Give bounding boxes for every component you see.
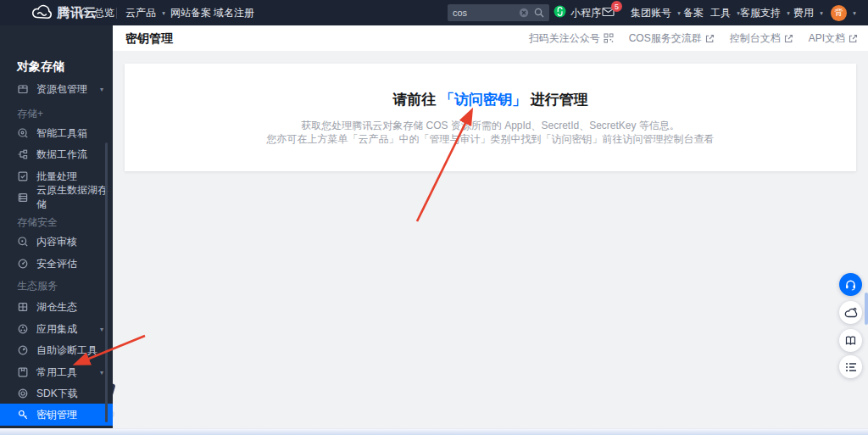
lakehouse-icon bbox=[17, 301, 29, 313]
topbar: 腾讯云 总览 云产品▾ 网站备案 域名注册 bbox=[0, 0, 868, 25]
sidebar-item-resource-packages[interactable]: 资源包管理 ▾ bbox=[0, 78, 113, 100]
sidebar-scrollbar-thumb[interactable] bbox=[105, 142, 108, 422]
search-box bbox=[448, 4, 549, 21]
chevron-down-icon: ▾ bbox=[820, 9, 823, 16]
cloud-logo-icon bbox=[31, 4, 53, 22]
audit-icon bbox=[17, 236, 29, 248]
sidebar-item-content-audit[interactable]: 内容审核 bbox=[0, 231, 113, 253]
sidebar: 对象存储 资源包管理 ▾ 存储+ 智能工具箱 数据工作流 批量处理 云原生数据湖… bbox=[0, 25, 113, 435]
qrcode-icon bbox=[604, 33, 614, 43]
open-book-icon bbox=[844, 335, 857, 346]
integration-icon bbox=[17, 323, 29, 335]
clear-search-icon[interactable] bbox=[519, 8, 529, 18]
console-docs-link[interactable]: 控制台文档 bbox=[730, 31, 793, 46]
page-scrollbar-thumb[interactable] bbox=[865, 293, 868, 325]
sidebar-item-security-assessment[interactable]: 安全评估 bbox=[0, 253, 113, 275]
menu-icp[interactable]: 备案 bbox=[683, 0, 704, 25]
card-desc-line2: 您亦可在上方菜单「云产品」中的「管理与审计」类别中找到「访问密钥」前往访问管理控… bbox=[125, 132, 856, 146]
sidebar-section-ecosystem: 生态服务 bbox=[17, 279, 58, 293]
page-title: 密钥管理 bbox=[125, 25, 173, 51]
menu-billing[interactable]: 费用▾ bbox=[793, 0, 823, 25]
account-menu[interactable]: 背 ▾ bbox=[831, 0, 856, 25]
topbar-divider bbox=[116, 8, 117, 19]
survey-list-icon bbox=[845, 362, 857, 372]
chevron-down-icon: ▾ bbox=[787, 9, 790, 16]
tools-icon bbox=[17, 366, 29, 378]
miniprogram-menu[interactable]: 小程序 bbox=[554, 0, 601, 25]
diagnose-icon bbox=[17, 344, 29, 356]
menu-support[interactable]: 客服支持▾ bbox=[740, 0, 790, 25]
sidebar-item-key-management[interactable]: 密钥管理 bbox=[0, 404, 113, 426]
cloud-share-icon bbox=[844, 307, 858, 319]
gauge-icon bbox=[17, 258, 29, 270]
headset-icon bbox=[844, 278, 857, 291]
sidebar-item-lakehouse[interactable]: 湖仓生态 bbox=[0, 296, 113, 318]
batch-icon bbox=[17, 170, 29, 182]
chevron-down-icon: ▾ bbox=[100, 86, 103, 93]
customer-service-button[interactable] bbox=[839, 273, 862, 296]
nav-overview[interactable]: 总览 bbox=[79, 0, 114, 25]
menu-tools[interactable]: 工具▾ bbox=[710, 0, 740, 25]
sidebar-item-data-workflow[interactable]: 数据工作流 bbox=[0, 143, 113, 165]
sidebar-item-common-tools[interactable]: 常用工具 ▾ bbox=[0, 361, 113, 383]
chevron-down-icon: ▾ bbox=[677, 9, 681, 16]
header-links: 扫码关注公众号 COS服务交流群 控制台文档 API文档 bbox=[529, 25, 858, 51]
follow-official-account-link[interactable]: 扫码关注公众号 bbox=[529, 31, 614, 46]
nav-cloud-products[interactable]: 云产品▾ bbox=[125, 0, 165, 25]
chevron-down-icon: ▾ bbox=[162, 9, 165, 16]
sidebar-section-storage-security: 存储安全 bbox=[17, 215, 58, 229]
external-link-icon bbox=[849, 34, 858, 43]
menu-group-account[interactable]: 集团账号▾ bbox=[631, 0, 681, 25]
key-icon bbox=[17, 409, 29, 421]
sidebar-item-smart-toolbox[interactable]: 智能工具箱 bbox=[0, 122, 113, 144]
feedback-button[interactable] bbox=[839, 301, 862, 324]
sidebar-section-storage-plus: 存储+ bbox=[17, 107, 43, 120]
sidebar-item-app-integration[interactable]: 应用集成 ▾ bbox=[0, 318, 113, 340]
nav-website-icp[interactable]: 网站备案 bbox=[170, 0, 211, 25]
access-key-link[interactable]: 「访问密钥」 bbox=[440, 92, 526, 108]
sidebar-item-cloud-native-datalake[interactable]: 云原生数据湖存储 bbox=[0, 187, 113, 209]
chevron-down-icon: ▾ bbox=[853, 9, 856, 16]
nav-domain-register[interactable]: 域名注册 bbox=[214, 0, 254, 25]
toolbox-icon bbox=[17, 127, 29, 139]
cos-service-group-link[interactable]: COS服务交流群 bbox=[629, 31, 715, 46]
home-icon bbox=[79, 6, 90, 20]
external-link-icon bbox=[705, 34, 715, 43]
search-input[interactable] bbox=[453, 8, 519, 18]
package-icon bbox=[17, 83, 29, 95]
card-desc-line1: 获取您处理腾讯云对象存储 COS 资源所需的 AppId、SecretId、Se… bbox=[125, 119, 856, 132]
tencent-cloud-console: 腾讯云 总览 云产品▾ 网站备案 域名注册 bbox=[0, 0, 868, 435]
chevron-down-icon: ▾ bbox=[100, 369, 103, 376]
api-docs-link[interactable]: API文档 bbox=[809, 31, 858, 46]
chevron-down-icon: ▾ bbox=[100, 326, 103, 333]
miniprogram-icon bbox=[554, 5, 566, 20]
bottom-window-edge bbox=[0, 428, 868, 435]
message-count-badge: 5 bbox=[611, 1, 622, 12]
sidebar-title: 对象存储 bbox=[17, 59, 64, 75]
documentation-button[interactable] bbox=[839, 329, 862, 352]
survey-button[interactable] bbox=[839, 355, 862, 378]
sidebar-item-sdk-download[interactable]: SDK下载 bbox=[0, 382, 113, 404]
avatar: 背 bbox=[831, 5, 847, 21]
search-icon[interactable] bbox=[534, 8, 544, 18]
key-management-card: 请前往 「访问密钥」 进行管理 获取您处理腾讯云对象存储 COS 资源所需的 A… bbox=[125, 64, 856, 171]
datalake-icon bbox=[17, 192, 29, 204]
sidebar-item-self-diagnosis[interactable]: 自助诊断工具 bbox=[0, 339, 113, 361]
card-heading: 请前往 「访问密钥」 进行管理 bbox=[125, 90, 856, 109]
workflow-icon bbox=[17, 148, 29, 160]
external-link-icon bbox=[784, 34, 793, 43]
page-header: 密钥管理 扫码关注公众号 COS服务交流群 控制台文档 API文档 bbox=[113, 25, 868, 51]
sdk-icon bbox=[17, 388, 29, 399]
